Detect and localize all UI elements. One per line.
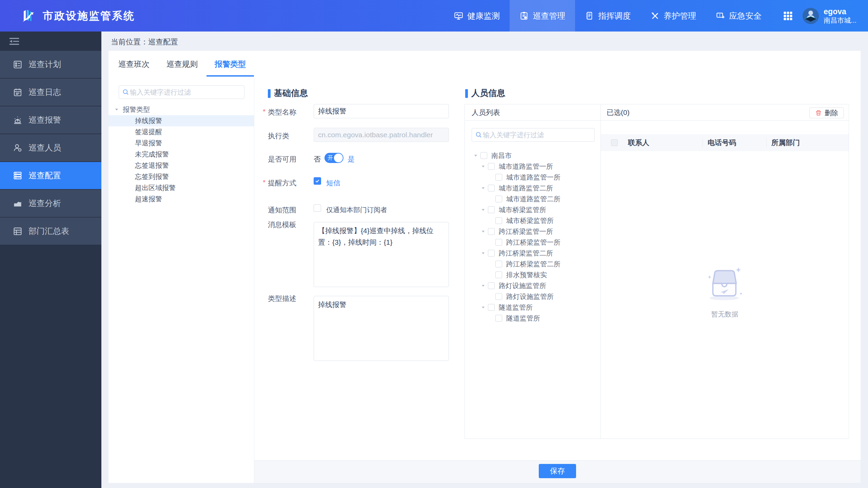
section-accent-bar (465, 89, 468, 98)
org-tree-node[interactable]: 隧道监管所 (465, 302, 600, 313)
collapse-sidebar-icon[interactable] (9, 37, 20, 46)
org-tree-node[interactable]: 路灯设施监管所 (465, 280, 600, 291)
type-item[interactable]: 签退提醒 (108, 126, 254, 138)
dept-only-option-label[interactable]: 仅通知本部门订阅者 (326, 205, 387, 215)
caret-down-icon[interactable] (481, 284, 485, 288)
enabled-label: 是否可用 (268, 155, 296, 164)
sms-option-label[interactable]: 短信 (326, 178, 340, 188)
type-item[interactable]: 忘签退报警 (108, 160, 254, 171)
apps-grid-icon[interactable] (783, 11, 793, 21)
alarm-type-panel: 报警类型 掉线报警 签退提醒 早退报警 未完成报警 忘签退报警 忘签到报警 超出… (108, 77, 254, 483)
type-tree-root[interactable]: 报警类型 (108, 104, 254, 115)
org-checkbox[interactable] (488, 206, 495, 213)
org-tree-node[interactable]: 城市道路监管二所 (465, 194, 600, 204)
enabled-toggle[interactable]: 开 (324, 153, 343, 163)
sidebar-item-patrol-config[interactable]: 巡查配置 (0, 162, 101, 189)
sidebar-item-patrol-log[interactable]: 巡查日志 (0, 79, 101, 106)
template-textarea[interactable]: 【掉线报警】{4}巡查中掉线，掉线位置：{3}，掉线时间：{1} (314, 222, 449, 287)
org-checkbox[interactable] (495, 261, 502, 267)
caret-down-icon[interactable] (481, 305, 485, 309)
personnel-panel: 人员列表 已选(0) 删除 (465, 104, 849, 439)
org-label: 隧道监管所 (506, 314, 540, 323)
delete-button[interactable]: 删除 (809, 107, 844, 118)
org-tree-node[interactable]: 排水预警核实 (465, 269, 600, 280)
caret-down-icon[interactable] (481, 251, 485, 255)
caret-down-icon[interactable] (481, 208, 485, 212)
sms-checkbox[interactable] (314, 177, 321, 185)
desc-textarea[interactable]: 掉线报警 (314, 296, 449, 361)
caret-down-icon[interactable] (481, 164, 485, 168)
org-tree: 南昌市 城市道路监管一所 城市道路监管一所 城市道路监管二所 (465, 150, 600, 324)
sidebar-item-patrol-personnel[interactable]: 巡查人员 (0, 134, 101, 161)
org-checkbox[interactable] (488, 163, 495, 170)
org-checkbox[interactable] (488, 250, 495, 257)
org-checkbox[interactable] (495, 239, 502, 246)
caret-down-icon[interactable] (481, 229, 485, 233)
sidebar-item-patrol-plan[interactable]: 巡查计划 (0, 51, 101, 78)
config-icon (13, 171, 22, 180)
org-tree-node[interactable]: 路灯设施监管所 (465, 291, 600, 302)
dept-only-checkbox[interactable] (314, 204, 321, 212)
org-tree-node[interactable]: 跨江桥梁监管二所 (465, 248, 600, 259)
nav-item-emergency[interactable]: 应急安全 (706, 0, 771, 32)
org-checkbox[interactable] (495, 196, 502, 202)
basic-info-title: 基础信息 (274, 87, 308, 99)
save-button[interactable]: 保存 (539, 464, 576, 478)
sidebar-item-patrol-alarm[interactable]: 巡查报警 (0, 106, 101, 134)
tab-alarm-type[interactable]: 报警类型 (206, 51, 254, 77)
org-label: 城市桥梁监管所 (499, 205, 546, 215)
type-item[interactable]: 早退报警 (108, 138, 254, 149)
sidebar-item-patrol-analysis[interactable]: 巡查分析 (0, 190, 101, 217)
top-header: 市政设施监管系统 健康监测 巡查管理 指挥调度 (0, 0, 868, 32)
type-item[interactable]: 忘签到报警 (108, 171, 254, 182)
org-tree-node[interactable]: 城市桥梁监管所 (465, 204, 600, 215)
caret-down-icon[interactable] (481, 186, 485, 190)
org-checkbox[interactable] (495, 293, 502, 300)
required-mark: * (263, 107, 265, 116)
select-all-checkbox[interactable] (611, 139, 618, 146)
type-item-dropline[interactable]: 掉线报警 (108, 115, 254, 126)
column-separator (703, 139, 703, 147)
user-menu[interactable]: egova 南昌市城... (803, 7, 856, 25)
org-tree-node[interactable]: 城市道路监管二所 (465, 183, 600, 194)
nav-item-patrol[interactable]: 巡查管理 (510, 0, 575, 32)
org-tree-node[interactable]: 城市道路监管一所 (465, 172, 600, 183)
type-item[interactable]: 超出区域报警 (108, 182, 254, 194)
org-checkbox[interactable] (488, 304, 495, 311)
org-label: 城市道路监管二所 (506, 195, 560, 204)
app-screen: 市政设施监管系统 健康监测 巡查管理 指挥调度 (0, 0, 868, 488)
personnel-search-input[interactable] (482, 131, 591, 139)
org-label: 南昌市 (491, 151, 512, 160)
nav-item-health[interactable]: 健康监测 (444, 0, 510, 32)
org-checkbox[interactable] (495, 217, 502, 224)
type-name-input[interactable] (314, 104, 449, 118)
org-checkbox[interactable] (488, 282, 495, 289)
tab-patrol-shift[interactable]: 巡查班次 (110, 51, 158, 77)
logo-icon (20, 8, 36, 24)
org-checkbox[interactable] (495, 271, 502, 278)
user-name: egova (824, 7, 856, 17)
org-tree-node[interactable]: 跨江桥梁监管一所 (465, 226, 600, 237)
org-checkbox[interactable] (488, 185, 495, 191)
org-tree-node[interactable]: 隧道监管所 (465, 313, 600, 324)
org-checkbox[interactable] (488, 228, 495, 235)
sidebar-item-label: 巡查配置 (28, 170, 61, 181)
type-item[interactable]: 未完成报警 (108, 149, 254, 160)
org-checkbox[interactable] (495, 315, 502, 322)
nav-item-maintenance[interactable]: 养护管理 (640, 0, 706, 32)
org-tree-node[interactable]: 跨江桥梁监管一所 (465, 237, 600, 248)
type-item[interactable]: 超速报警 (108, 194, 254, 205)
tab-patrol-rule[interactable]: 巡查规则 (158, 51, 206, 77)
org-tree-node[interactable]: 南昌市 (465, 150, 600, 161)
org-checkbox[interactable] (480, 152, 487, 159)
org-tree-node[interactable]: 跨江桥梁监管二所 (465, 259, 600, 269)
dispatch-doc-icon (585, 11, 594, 20)
caret-down-icon[interactable] (474, 154, 478, 158)
type-search-box (119, 85, 244, 99)
sidebar-item-dept-summary[interactable]: 部门汇总表 (0, 218, 101, 245)
org-tree-node[interactable]: 城市桥梁监管所 (465, 215, 600, 226)
type-search-input[interactable] (129, 88, 241, 97)
nav-item-dispatch[interactable]: 指挥调度 (575, 0, 640, 32)
org-tree-node[interactable]: 城市道路监管一所 (465, 161, 600, 172)
org-checkbox[interactable] (495, 174, 502, 181)
